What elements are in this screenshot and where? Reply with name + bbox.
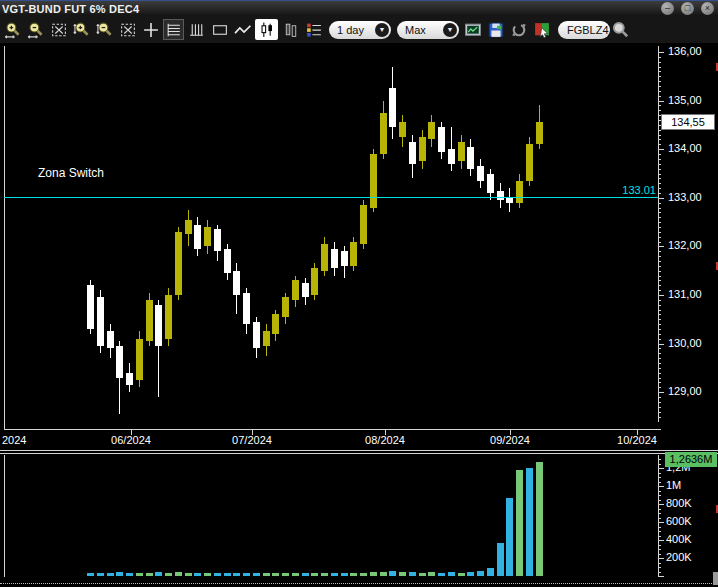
volume-axis-tick <box>658 459 661 460</box>
volume-bar <box>350 573 357 576</box>
price-axis-tick <box>658 280 661 281</box>
price-axis-tick <box>658 101 664 102</box>
candle-body <box>350 242 357 266</box>
color-picker-icon[interactable] <box>531 19 552 40</box>
minimize-button[interactable]: – <box>661 2 674 15</box>
volume-axis-tick <box>658 563 661 564</box>
last-price-box: 134,55 <box>661 114 715 130</box>
price-axis-tick <box>658 91 661 92</box>
range-value: Max <box>405 24 426 36</box>
search-icon[interactable] <box>610 19 631 40</box>
volume-bar <box>116 572 123 576</box>
volume-axis-tick <box>658 495 661 496</box>
watchlist-icon[interactable] <box>303 19 324 40</box>
volume-bar <box>389 571 396 576</box>
volume-axis-tick <box>658 545 661 546</box>
volume-bar <box>419 573 426 576</box>
price-axis-label: 133,00 <box>668 191 702 203</box>
price-axis-tick <box>658 378 661 379</box>
price-axis-tick <box>658 397 661 398</box>
line-chart-icon[interactable] <box>232 19 253 40</box>
candle-body <box>165 295 172 339</box>
price-axis-tick <box>658 246 664 247</box>
zoom-in-vertical-icon[interactable] <box>71 19 92 40</box>
resize-corner[interactable] <box>713 572 718 585</box>
volume-axis-tick <box>658 558 664 559</box>
volume-bar <box>233 573 240 576</box>
price-axis-tick <box>658 285 661 286</box>
candle-body <box>477 166 484 181</box>
price-axis-tick <box>658 368 661 369</box>
price-axis-tick <box>658 208 661 209</box>
candle-body <box>87 285 94 329</box>
chevron-down-icon[interactable]: ▼ <box>375 23 389 37</box>
chart-window-icon[interactable] <box>462 19 483 40</box>
volume-axis-label: 600K <box>666 515 692 527</box>
price-axis-tick <box>658 67 661 68</box>
volume-bar <box>399 572 406 576</box>
price-axis-tick <box>658 242 661 243</box>
horizontal-grid-icon[interactable] <box>163 19 184 40</box>
price-axis-tick <box>658 164 661 165</box>
price-axis-tick <box>658 334 661 335</box>
candle-body <box>497 191 504 201</box>
date-axis-line <box>4 429 661 430</box>
date-axis-label: 07/2024 <box>232 434 272 446</box>
maximize-button[interactable]: □ <box>681 2 694 15</box>
volume-axis-tick <box>658 518 661 519</box>
price-axis-tick <box>658 57 661 58</box>
price-axis-tick <box>658 358 661 359</box>
price-axis-tick <box>658 373 661 374</box>
chevron-down-icon[interactable]: ▼ <box>443 23 457 37</box>
price-axis-tick <box>658 348 661 349</box>
period-dropdown[interactable]: 1 day ▼ <box>329 21 391 39</box>
range-dropdown[interactable]: Max ▼ <box>397 21 459 39</box>
vertical-grid-icon[interactable] <box>186 19 207 40</box>
symbol-input[interactable] <box>558 21 610 39</box>
toolbar: 1 day ▼ Max ▼ <box>0 16 718 43</box>
volume-bar <box>185 573 192 576</box>
window-controls: – □ × <box>661 2 714 15</box>
bar-chart-icon[interactable] <box>280 19 301 40</box>
volume-bar <box>224 573 231 576</box>
crosshair-icon[interactable] <box>140 19 161 40</box>
price-axis-tick <box>658 412 661 413</box>
volume-axis-tick <box>658 486 664 487</box>
volume-axis-tick <box>658 513 661 514</box>
fit-width-icon[interactable] <box>48 19 69 40</box>
window-title: VGT-BUND FUT 6% DEC4 <box>0 3 139 15</box>
price-axis-tick <box>658 387 661 388</box>
volume-bar <box>448 572 455 576</box>
candle-body <box>516 181 523 203</box>
price-axis-line <box>658 46 659 422</box>
close-button[interactable]: × <box>701 2 714 15</box>
candle-body <box>204 227 211 246</box>
save-icon[interactable] <box>485 19 506 40</box>
candle-body <box>458 142 465 161</box>
candle-body <box>526 144 533 180</box>
price-axis-tick <box>658 222 661 223</box>
price-axis-tick <box>658 71 661 72</box>
date-axis-label: 06/2024 <box>111 434 151 446</box>
zoom-in-horizontal-icon[interactable] <box>2 19 23 40</box>
zoom-out-horizontal-icon[interactable] <box>25 19 46 40</box>
volume-bar <box>126 573 133 576</box>
zone-hline <box>4 197 658 198</box>
candle-body <box>116 346 123 378</box>
candle-body <box>380 113 387 154</box>
price-axis-tick <box>658 295 664 296</box>
volume-axis-label: 800K <box>666 497 692 509</box>
refresh-icon[interactable] <box>508 19 529 40</box>
candle-body <box>321 244 328 271</box>
box-chart-icon[interactable] <box>209 19 230 40</box>
zoom-out-vertical-icon[interactable] <box>94 19 115 40</box>
candle-body <box>155 305 162 346</box>
price-chart-plot[interactable] <box>4 44 658 429</box>
candle-body <box>487 174 494 193</box>
fit-all-icon[interactable] <box>117 19 138 40</box>
volume-chart-plot[interactable] <box>4 455 658 577</box>
volume-axis-tick <box>658 536 661 537</box>
candlestick-icon[interactable] <box>255 19 278 40</box>
volume-bar <box>302 573 309 576</box>
candle-body <box>272 314 279 333</box>
